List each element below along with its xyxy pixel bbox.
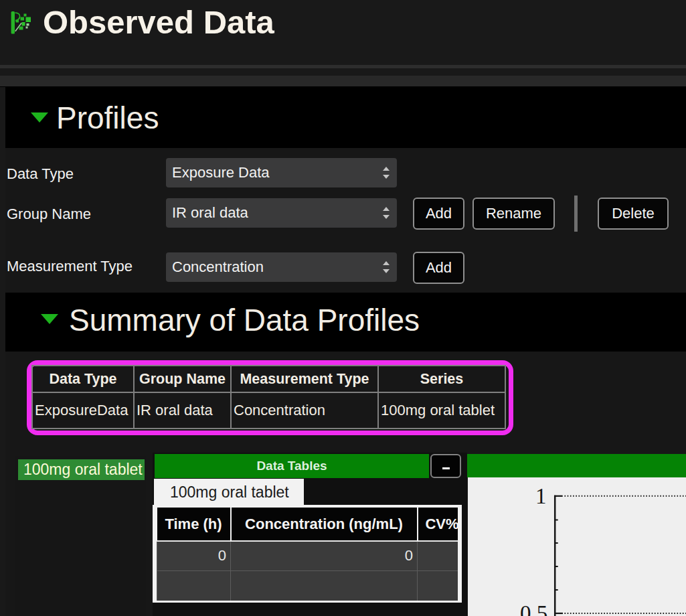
svg-text:1: 1 <box>535 484 547 508</box>
svg-text:0.5: 0.5 <box>520 601 547 616</box>
